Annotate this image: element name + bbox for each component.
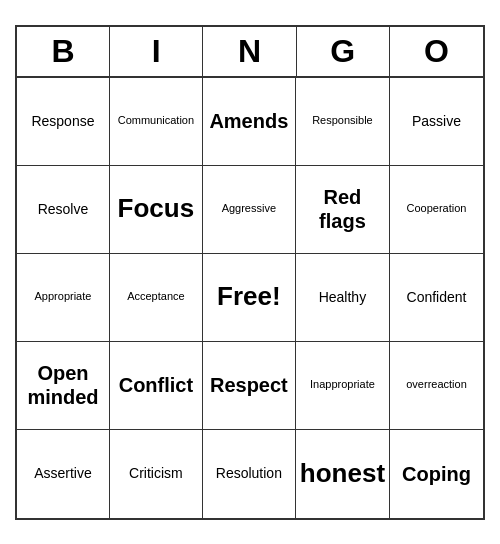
cell-text-23: honest [300,458,385,489]
cell-text-19: overreaction [406,378,467,391]
cell-22: Resolution [203,430,296,518]
cell-text-11: Acceptance [127,290,184,303]
cell-21: Criticism [110,430,203,518]
header-letter-o: O [390,27,483,76]
header-letter-b: B [17,27,110,76]
cell-11: Acceptance [110,254,203,342]
cell-text-6: Focus [118,193,195,224]
cell-text-10: Appropriate [35,290,92,303]
cell-23: honest [296,430,390,518]
bingo-grid: ResponseCommunicationAmendsResponsiblePa… [17,78,483,518]
cell-5: Resolve [17,166,110,254]
cell-text-8: Red flags [300,185,385,233]
cell-text-14: Confident [407,289,467,306]
cell-19: overreaction [390,342,483,430]
cell-text-16: Conflict [119,373,193,397]
cell-text-13: Healthy [319,289,366,306]
cell-9: Cooperation [390,166,483,254]
cell-2: Amends [203,78,296,166]
cell-text-1: Communication [118,114,194,127]
cell-12: Free! [203,254,296,342]
bingo-header: BINGO [17,27,483,78]
cell-16: Conflict [110,342,203,430]
cell-4: Passive [390,78,483,166]
cell-0: Response [17,78,110,166]
cell-14: Confident [390,254,483,342]
cell-text-22: Resolution [216,465,282,482]
cell-24: Coping [390,430,483,518]
cell-18: Inappropriate [296,342,390,430]
cell-17: Respect [203,342,296,430]
cell-8: Red flags [296,166,390,254]
cell-7: Aggressive [203,166,296,254]
cell-15: Open minded [17,342,110,430]
cell-text-9: Cooperation [407,202,467,215]
header-letter-i: I [110,27,203,76]
cell-13: Healthy [296,254,390,342]
cell-text-18: Inappropriate [310,378,375,391]
cell-6: Focus [110,166,203,254]
cell-1: Communication [110,78,203,166]
cell-text-20: Assertive [34,465,92,482]
cell-text-24: Coping [402,462,471,486]
cell-text-17: Respect [210,373,288,397]
cell-text-7: Aggressive [222,202,276,215]
cell-text-5: Resolve [38,201,89,218]
cell-text-21: Criticism [129,465,183,482]
cell-text-2: Amends [209,109,288,133]
cell-text-15: Open minded [21,361,105,409]
bingo-card: BINGO ResponseCommunicationAmendsRespons… [15,25,485,520]
cell-text-12: Free! [217,281,281,312]
cell-text-0: Response [31,113,94,130]
cell-20: Assertive [17,430,110,518]
cell-3: Responsible [296,78,390,166]
header-letter-n: N [203,27,296,76]
cell-text-3: Responsible [312,114,373,127]
header-letter-g: G [297,27,390,76]
cell-text-4: Passive [412,113,461,130]
cell-10: Appropriate [17,254,110,342]
